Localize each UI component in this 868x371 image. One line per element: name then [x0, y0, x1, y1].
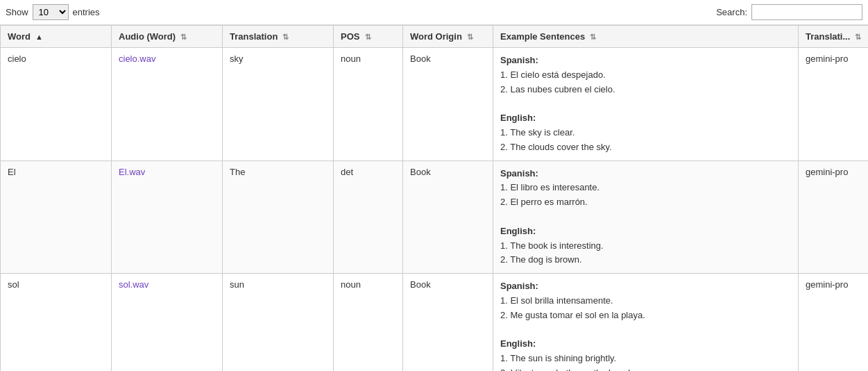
sort-icon-origin: [465, 33, 473, 41]
search-input[interactable]: [751, 4, 862, 20]
cell-example: Spanish:1. El cielo está despejado.2. La…: [493, 48, 799, 161]
col-header-translation[interactable]: Translation: [223, 26, 334, 48]
cell-word: cielo: [1, 48, 112, 161]
sort-icon-transl2: [853, 33, 861, 41]
cell-example: Spanish:1. El libro es interesante.2. El…: [493, 160, 799, 274]
cell-pos: det: [334, 160, 403, 274]
example-english-label: English:: [500, 226, 536, 236]
audio-link[interactable]: cielo.wav: [119, 53, 155, 64]
cell-translation: sun: [223, 274, 334, 371]
example-spanish-label: Spanish:: [500, 281, 538, 291]
cell-audio: sol.wav: [112, 274, 223, 371]
entries-label: entries: [73, 7, 100, 17]
table-row: ElEl.wavThedetBookSpanish:1. El libro es…: [1, 160, 869, 274]
col-header-transl2[interactable]: Translati...: [799, 26, 869, 48]
audio-link[interactable]: El.wav: [119, 167, 145, 177]
cell-transl2: gemini-pro: [799, 160, 869, 274]
data-table: Word Audio (Word) Translation POS Word O…: [0, 25, 868, 371]
example-english-label: English:: [500, 113, 536, 123]
table-body: cielocielo.wavskynounBookSpanish:1. El c…: [1, 48, 869, 372]
sort-icon-translation: [280, 33, 289, 41]
col-header-word[interactable]: Word: [1, 26, 112, 48]
col-header-example[interactable]: Example Sentences: [493, 26, 799, 48]
col-header-pos[interactable]: POS: [334, 26, 403, 48]
cell-example: Spanish:1. El sol brilla intensamente.2.…: [493, 274, 799, 371]
example-english-label: English:: [500, 338, 536, 349]
show-label: Show: [6, 7, 28, 17]
cell-translation: sky: [223, 48, 334, 161]
cell-audio: cielo.wav: [112, 48, 223, 161]
sort-icon-example: [588, 33, 596, 41]
audio-link[interactable]: sol.wav: [119, 279, 148, 290]
cell-origin: Book: [403, 160, 493, 274]
sort-icon-word: [33, 33, 43, 41]
cell-word: sol: [1, 274, 112, 371]
cell-audio: El.wav: [112, 160, 223, 274]
cell-transl2: gemini-pro: [799, 274, 869, 371]
cell-origin: Book: [403, 274, 493, 371]
search-label: Search:: [716, 7, 747, 17]
sort-icon-audio: [178, 33, 187, 41]
col-header-origin[interactable]: Word Origin: [403, 26, 493, 48]
table-row: cielocielo.wavskynounBookSpanish:1. El c…: [1, 48, 869, 161]
cell-transl2: gemini-pro: [799, 48, 869, 161]
search-box: Search:: [716, 4, 862, 20]
cell-word: El: [1, 160, 112, 274]
cell-translation: The: [223, 160, 334, 274]
show-entries-container: Show 10 25 50 100 entries: [6, 4, 100, 20]
cell-pos: noun: [334, 274, 403, 371]
cell-pos: noun: [334, 48, 403, 161]
example-spanish-label: Spanish:: [500, 168, 538, 179]
table-row: solsol.wavsunnounBookSpanish:1. El sol b…: [1, 274, 869, 371]
top-controls: Show 10 25 50 100 entries Search:: [0, 0, 868, 25]
sort-icon-pos: [362, 33, 371, 41]
entries-select[interactable]: 10 25 50 100: [33, 4, 69, 20]
example-spanish-label: Spanish:: [500, 55, 538, 65]
cell-origin: Book: [403, 48, 493, 161]
table-header-row: Word Audio (Word) Translation POS Word O…: [1, 26, 869, 48]
col-header-audio[interactable]: Audio (Word): [112, 26, 223, 48]
